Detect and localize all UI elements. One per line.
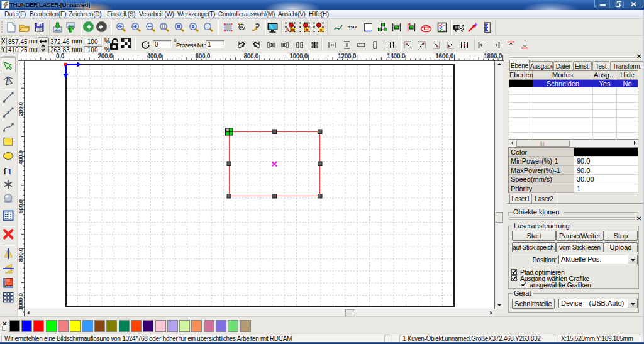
svg-text:A: A [191,24,195,30]
svg-text:f: f [3,166,6,175]
svg-text:A: A [286,27,289,33]
svg-text:BMP: BMP [347,25,357,29]
svg-text:I: I [8,166,11,175]
